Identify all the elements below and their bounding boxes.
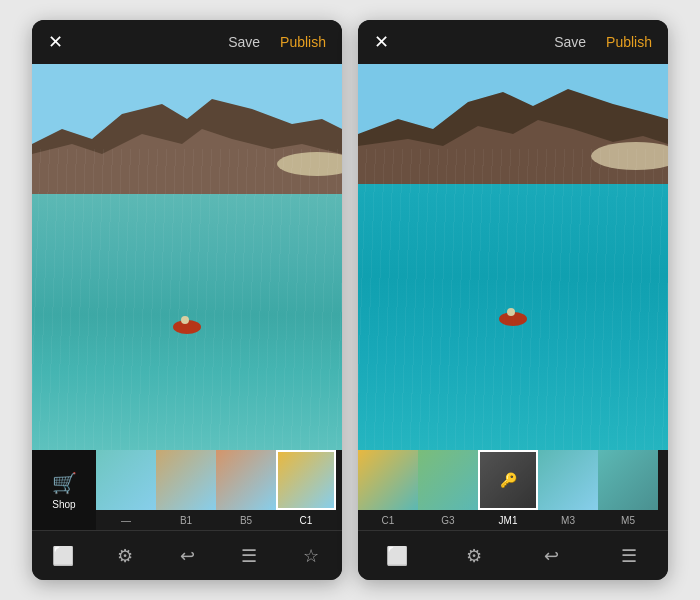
right-filter-thumbs: C1 G3 🔑 JM1 M3 — [358, 450, 668, 530]
right-filter-m5[interactable]: M5 — [598, 450, 658, 530]
right-toolbar-revert[interactable]: ↩ — [534, 538, 570, 574]
right-filter-c1[interactable]: C1 — [358, 450, 418, 530]
left-filter-b1[interactable]: B1 — [156, 450, 216, 530]
left-top-actions: Save Publish — [228, 34, 326, 50]
left-filter-c1-img — [276, 450, 336, 510]
left-top-bar: ✕ Save Publish — [32, 20, 342, 64]
left-phone: ✕ Save Publish 🛒 S — [32, 20, 342, 580]
left-water-ripple — [32, 149, 342, 450]
right-bottom-panel: C1 G3 🔑 JM1 M3 — [358, 450, 668, 580]
right-filter-m3[interactable]: M3 — [538, 450, 598, 530]
right-filter-m5-label: M5 — [598, 510, 658, 530]
left-filter-c1[interactable]: C1 — [276, 450, 336, 530]
left-toolbar-menu[interactable]: ☰ — [231, 538, 267, 574]
left-toolbar-crop[interactable]: ⬜ — [45, 538, 81, 574]
left-filter-thumbs: — B1 B5 C1 — [96, 450, 342, 530]
left-photo — [32, 64, 342, 450]
left-filter-b5-img — [216, 450, 276, 510]
left-shop-button[interactable]: 🛒 Shop — [32, 450, 96, 530]
left-toolbar-revert[interactable]: ↩ — [169, 538, 205, 574]
right-close-button[interactable]: ✕ — [374, 31, 389, 53]
left-filter-c1-label: C1 — [276, 510, 336, 530]
left-publish-button[interactable]: Publish — [280, 34, 326, 50]
right-toolbar-adjust[interactable]: ⚙ — [456, 538, 492, 574]
left-shop-icon: 🛒 — [52, 471, 77, 495]
left-close-button[interactable]: ✕ — [48, 31, 63, 53]
right-save-button[interactable]: Save — [554, 34, 586, 50]
right-filter-c1-img — [358, 450, 418, 510]
left-toolbar: ⬜ ⚙ ↩ ☰ ☆ — [32, 530, 342, 580]
right-toolbar: ⬜ ⚙ ↩ ☰ — [358, 530, 668, 580]
left-save-button[interactable]: Save — [228, 34, 260, 50]
right-filter-m3-img — [538, 450, 598, 510]
left-filter-b5-label: B5 — [216, 510, 276, 530]
right-photo — [358, 64, 668, 450]
right-filter-g3-img — [418, 450, 478, 510]
right-filter-jm1-label: JM1 — [478, 510, 538, 530]
right-toolbar-menu[interactable]: ☰ — [611, 538, 647, 574]
left-filter-b5[interactable]: B5 — [216, 450, 276, 530]
right-filter-jm1-lock: 🔑 — [480, 452, 536, 508]
left-filter-b1-label: B1 — [156, 510, 216, 530]
right-kayak — [499, 312, 527, 326]
right-filter-jm1-img: 🔑 — [478, 450, 538, 510]
right-filter-g3-label: G3 — [418, 510, 478, 530]
left-filter-b1-img — [156, 450, 216, 510]
left-filter-none-label: — — [96, 510, 156, 530]
right-filter-m5-img — [598, 450, 658, 510]
left-filters-row: 🛒 Shop — B1 B5 — [32, 450, 342, 530]
left-image-area — [32, 64, 342, 450]
left-bottom-panel: 🛒 Shop — B1 B5 — [32, 450, 342, 580]
right-filter-c1-label: C1 — [358, 510, 418, 530]
right-filter-jm1[interactable]: 🔑 JM1 — [478, 450, 538, 530]
left-filter-none-img — [96, 450, 156, 510]
right-top-actions: Save Publish — [554, 34, 652, 50]
right-filter-m3-label: M3 — [538, 510, 598, 530]
right-water-ripple — [358, 149, 668, 450]
left-toolbar-favorite[interactable]: ☆ — [293, 538, 329, 574]
right-publish-button[interactable]: Publish — [606, 34, 652, 50]
right-filter-g3[interactable]: G3 — [418, 450, 478, 530]
left-toolbar-adjust[interactable]: ⚙ — [107, 538, 143, 574]
left-kayak — [173, 320, 201, 334]
right-toolbar-crop[interactable]: ⬜ — [379, 538, 415, 574]
right-image-area — [358, 64, 668, 450]
right-phone: ✕ Save Publish C1 — [358, 20, 668, 580]
right-filters-row: C1 G3 🔑 JM1 M3 — [358, 450, 668, 530]
left-filter-none[interactable]: — — [96, 450, 156, 530]
left-shop-label: Shop — [52, 499, 75, 510]
right-top-bar: ✕ Save Publish — [358, 20, 668, 64]
